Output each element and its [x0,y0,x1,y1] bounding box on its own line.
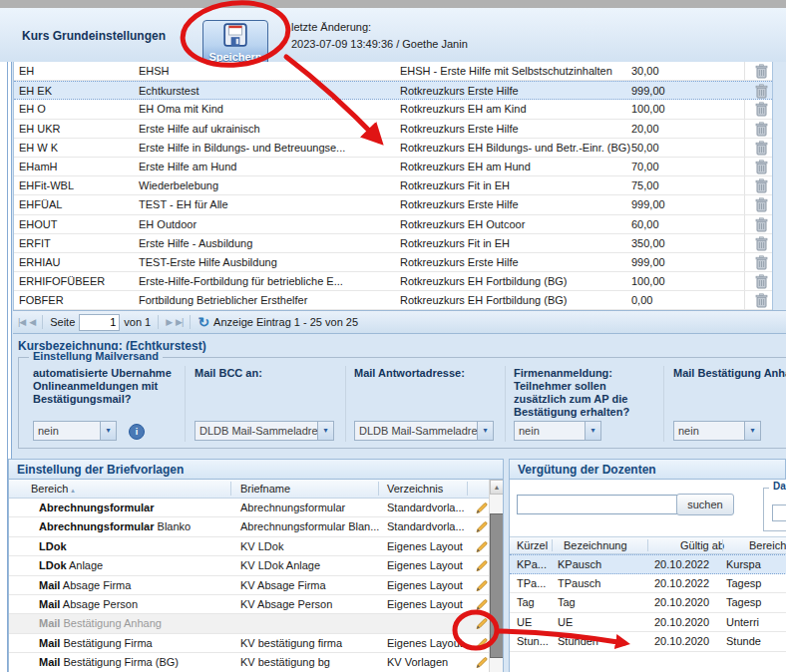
trash-icon[interactable] [755,236,769,251]
template-row[interactable]: Mail Bestätigung Firma KV bestätigung fi… [9,634,503,653]
compensation-table-header: Kürzel Bezeichnung Gültig ab Bereich [510,536,786,554]
table-row[interactable]: ERHIAU TEST-Erste Hilfe Ausbildung Rotkr… [14,253,772,272]
column-header-briefname[interactable]: Briefname [240,483,290,495]
next-page-icon[interactable]: ▶ [166,317,172,327]
trash-icon[interactable] [755,102,769,117]
trash-icon[interactable] [755,197,769,212]
field-divider [505,366,506,442]
course-price: 999,00 [631,198,665,210]
chevron-down-icon[interactable]: ▾ [317,422,333,440]
compensation-row[interactable]: Stun... Stunden 20.10.2020 Stunde [510,632,786,652]
edit-pencil-icon[interactable] [474,655,489,670]
mail-bcc-dropdown[interactable]: DLDB Mail-Sammeladresse ▾ [195,421,334,441]
edit-pencil-icon[interactable] [474,558,489,573]
course-price: 999,00 [631,256,665,268]
trash-icon[interactable] [755,160,769,174]
course-name: EHSH [139,65,170,77]
template-row[interactable]: LDok Anlage KV LDok Anlage Eigenes Layou… [9,556,503,575]
template-row[interactable]: Abrechnungsformular Blanko Abrechnungsfo… [9,517,503,536]
table-row[interactable]: EH EHSH EHSH - Erste Hilfe mit Selbstsch… [14,62,772,81]
verzeichnis-cell: Eigenes Layout [387,579,463,591]
column-divider [230,482,231,496]
chevron-down-icon[interactable]: ▾ [585,422,600,440]
course-name: EH Outdoor [139,218,196,230]
edit-pencil-icon[interactable] [474,597,489,612]
chevron-down-icon[interactable]: ▾ [100,422,116,440]
template-row[interactable]: Abrechnungsformular Abrechnungsformular … [9,499,503,517]
mail-settings-fieldset: Einstellung Mailversand automatisierte U… [18,357,786,449]
compensation-row[interactable]: Tag Tag 20.10.2020 Tagesp [510,593,786,613]
edit-pencil-icon[interactable] [474,501,489,515]
trash-icon[interactable] [755,64,769,79]
prev-page-icon[interactable]: ◀ [29,317,35,327]
trash-icon[interactable] [755,178,769,193]
info-icon[interactable]: i [129,424,145,440]
trash-icon[interactable] [755,274,769,289]
compensation-row[interactable]: TPa... TPausch 20.10.2022 Tagesp [510,574,786,594]
course-name: Fortbildung Betrieblicher Ersthelfer [139,294,307,306]
table-row[interactable]: EH UKR Erste Hilfe auf ukrainisch Rotkre… [14,120,772,139]
trash-icon[interactable] [755,84,769,99]
template-row-disabled[interactable]: Mail Bestätigung Anhang [9,614,503,633]
table-row[interactable]: EHOUT EH Outdoor Rotkreuzkurs EH Outcoor… [14,215,772,234]
column-header-kuerzel[interactable]: Kürzel [517,539,548,551]
table-row[interactable]: EHFÜAL TEST - EH für Alle Rotkreuzkurs E… [14,195,772,214]
course-price: 100,00 [631,275,665,287]
date-input[interactable] [772,504,786,521]
trash-icon[interactable] [755,255,769,270]
column-header-bereich[interactable]: Bereich [749,539,786,551]
template-row[interactable]: Mail Bestätigung Firma (BG) KV bestätigu… [9,653,503,672]
edit-pencil-icon[interactable] [474,616,489,631]
course-category: Rotkreuzkurs EH Fortbildung (BG) [400,294,568,306]
table-row[interactable]: ERHIFOFÜBEER Erste-Hilfe-Fortbildung für… [14,272,772,291]
column-header-bereich[interactable]: Bereich▴ [31,483,75,495]
trash-icon[interactable] [755,217,769,232]
table-row[interactable]: FOBFER Fortbildung Betrieblicher Ersthel… [14,291,772,310]
course-code: EH EK [19,85,52,97]
template-row[interactable]: LDok KV LDok Eigenes Layout [9,537,503,556]
paging-toolbar: |◀ ◀ Seite von 1 ▶ ▶| ↻ Anzeige Eintrag … [13,310,786,334]
table-row[interactable]: EHamH Erste Hilfe am Hund Rotkreuzkurs E… [14,158,772,176]
compensation-panel-title: Vergütung der Dozenten [518,463,656,477]
compensation-row[interactable]: UE UE 20.10.2020 Unterri [510,613,786,633]
refresh-icon[interactable]: ↻ [197,314,209,330]
trash-icon[interactable] [755,141,769,156]
field-label: Mail BCC an: [195,367,334,380]
table-row[interactable]: EH W K Erste Hilfe in Bildungs- und Betr… [14,139,772,158]
course-price: 50,00 [631,142,659,154]
column-header-bezeichnung[interactable]: Bezeichnung [564,539,627,551]
column-header-verzeichnis[interactable]: Verzeichnis [387,483,443,495]
first-page-icon[interactable]: |◀ [18,317,25,327]
edit-pencil-icon[interactable] [474,636,489,651]
template-row[interactable]: Mail Absage Person KV Absage Person Eige… [9,595,503,614]
table-row-selected[interactable]: EH EK Echtkurstest Rotkreuzkurs Erste Hi… [14,81,772,100]
mail-antwort-dropdown[interactable]: DLDB Mail-Sammeladresse ▾ [354,421,494,441]
mail-bestaetigung-dropdown[interactable]: nein ▾ [673,421,761,441]
template-row[interactable]: Mail Absage Firma KV Absage Firma Eigene… [9,576,503,595]
page-number-input[interactable] [79,314,120,331]
trash-icon[interactable] [755,122,769,137]
auto-uebernahme-dropdown[interactable]: nein ▾ [33,421,117,441]
edit-pencil-icon[interactable] [474,539,489,554]
chevron-down-icon[interactable]: ▾ [477,422,493,440]
edit-pencil-icon[interactable] [474,519,489,534]
column-header-gueltig-ab[interactable]: Gültig ab [680,539,724,551]
trash-icon[interactable] [755,293,769,308]
vertical-scrollbar[interactable]: ▲ [489,480,504,672]
firmenanmeldung-dropdown[interactable]: nein ▾ [514,421,601,441]
search-button[interactable]: suchen [676,494,734,515]
table-row[interactable]: EHFit-WBL Wiederbelebung Rotkreuzkurs Fi… [14,176,772,195]
scrollbar-thumb[interactable] [490,513,504,658]
table-row[interactable]: ERFIT Erste Hilfe - Ausbildung Rotkreuzk… [14,234,772,253]
save-button[interactable]: Speichern [202,20,268,66]
edit-pencil-icon[interactable] [474,578,489,593]
scroll-up-icon[interactable]: ▲ [490,480,504,495]
search-input[interactable] [517,495,686,514]
briefname-cell: KV Absage Person [240,598,332,610]
table-row[interactable]: EH O EH Oma mit Kind Rotkreuzkurs EH am … [14,100,772,119]
course-category: Rotkreuzkurs EH Bildungs- und Betr.-Einr… [400,142,630,154]
course-name: Erste Hilfe - Ausbildung [139,237,252,249]
chevron-down-icon[interactable]: ▾ [744,422,760,440]
last-page-icon[interactable]: ▶| [176,317,183,327]
compensation-row-selected[interactable]: KPa... KPausch 20.10.2022 Kurspa [510,554,786,574]
